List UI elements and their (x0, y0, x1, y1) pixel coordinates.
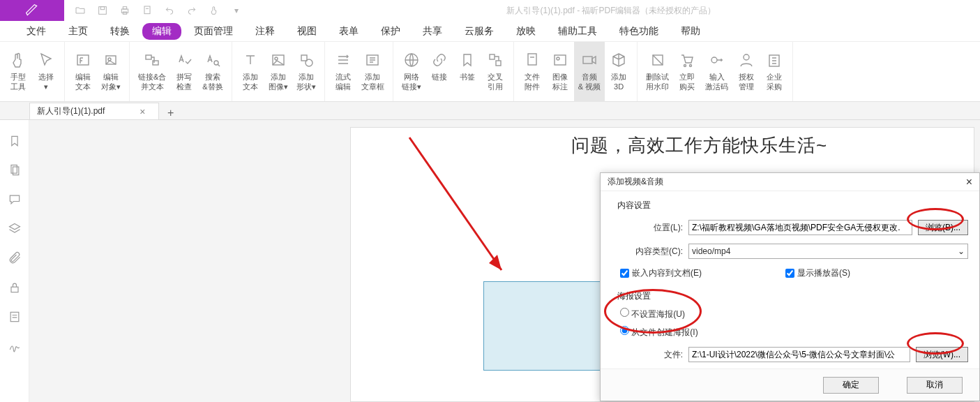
tab-title: 新人引导(1)(1).pdf (37, 105, 105, 117)
add-article-box[interactable]: 添加文章框 (357, 42, 389, 102)
svg-rect-14 (301, 55, 307, 61)
layers-panel-icon[interactable] (8, 222, 22, 236)
tool-hand[interactable]: 手型工具 (4, 42, 32, 102)
add-shape[interactable]: 添加形状▾ (292, 42, 320, 102)
enter-key[interactable]: 输入激活码 (701, 42, 732, 102)
svg-rect-5 (144, 6, 150, 14)
location-input[interactable] (688, 220, 912, 235)
pages-panel-icon[interactable] (8, 163, 22, 177)
svg-point-22 (557, 57, 559, 60)
quick-access-dropdown-icon[interactable]: ▾ (230, 4, 243, 17)
edit-text[interactable]: 编辑文本 (69, 42, 97, 102)
svg-point-13 (275, 57, 278, 60)
edit-object[interactable]: 编辑对象▾ (97, 42, 125, 102)
undo-icon[interactable] (163, 4, 176, 17)
touch-icon[interactable] (208, 4, 220, 17)
menu-accessibility[interactable]: 辅助工具 (548, 22, 607, 40)
add-tab-icon[interactable]: + (159, 107, 182, 119)
menu-page-manage[interactable]: 页面管理 (184, 22, 243, 40)
add-3d[interactable]: 添加3D (605, 42, 633, 102)
content-type-combo[interactable]: video/mp4 ⌄ (688, 244, 968, 259)
find-replace[interactable]: 搜索&替换 (198, 42, 227, 102)
menu-view[interactable]: 视图 (287, 22, 326, 40)
menu-protect[interactable]: 保护 (371, 22, 410, 40)
side-panel (0, 120, 29, 402)
poster-file-input[interactable] (688, 347, 910, 362)
signature-panel-icon[interactable] (8, 339, 22, 353)
location-label: 位置(L): (631, 222, 683, 234)
menu-present[interactable]: 放映 (506, 22, 545, 40)
bookmark[interactable]: 书签 (453, 42, 481, 102)
web-link[interactable]: 网络链接▾ (398, 42, 425, 102)
reflow-edit[interactable]: 流式编辑 (329, 42, 357, 102)
buy-now[interactable]: 立即购买 (673, 42, 701, 102)
show-player-checkbox[interactable]: 显示播放器(S) (785, 267, 850, 279)
cross-ref[interactable]: 交叉引用 (481, 42, 509, 102)
svg-rect-20 (528, 54, 536, 65)
svg-rect-0 (99, 7, 107, 15)
print-icon[interactable] (119, 4, 131, 17)
file-attachment[interactable]: 文件附件 (518, 42, 546, 102)
license-manage[interactable]: 授权管理 (732, 42, 760, 102)
svg-rect-2 (121, 9, 128, 13)
remove-watermark[interactable]: 删除试用水印 (642, 42, 673, 102)
menu-convert[interactable]: 转换 (100, 22, 140, 40)
content-section-label: 内容设置 (613, 200, 968, 211)
close-icon[interactable]: × (140, 106, 145, 117)
menu-file[interactable]: 文件 (17, 22, 56, 40)
app-logo (0, 0, 64, 21)
security-panel-icon[interactable] (8, 281, 22, 295)
svg-rect-19 (496, 61, 501, 66)
link-merge-text[interactable]: 链接&合并文本 (134, 42, 170, 102)
svg-rect-32 (11, 287, 18, 292)
svg-rect-21 (555, 55, 566, 65)
menu-cloud[interactable]: 云服务 (455, 22, 504, 40)
svg-point-26 (690, 64, 692, 66)
svg-rect-6 (77, 55, 89, 65)
tool-select[interactable]: 选择▾ (32, 42, 60, 102)
dialog-title: 添加视频&音频 (608, 176, 663, 188)
add-image[interactable]: 添加图像▾ (264, 42, 292, 102)
poster-from-file-radio[interactable]: 从文件创建海报(I) (620, 326, 698, 338)
cancel-button[interactable]: 取消 (907, 377, 963, 394)
svg-rect-23 (583, 57, 592, 64)
document-tab[interactable]: 新人引导(1)(1).pdf × (29, 103, 159, 119)
svg-point-25 (684, 64, 686, 66)
menu-share[interactable]: 共享 (413, 22, 452, 40)
spell-check[interactable]: 拼写检查 (170, 42, 198, 102)
ok-button[interactable]: 确定 (823, 377, 879, 394)
menu-home[interactable]: 主页 (59, 22, 98, 40)
image-annot[interactable]: 图像标注 (546, 42, 574, 102)
add-text[interactable]: 添加文本 (236, 42, 264, 102)
redo-icon[interactable] (186, 4, 198, 17)
export-icon[interactable] (141, 4, 153, 17)
svg-rect-33 (10, 312, 19, 321)
chevron-down-icon: ⌄ (958, 246, 965, 256)
open-icon[interactable] (74, 4, 86, 17)
comments-panel-icon[interactable] (8, 193, 22, 207)
attachment-panel-icon[interactable] (8, 251, 22, 265)
audio-video[interactable]: 音频& 视频 (574, 42, 605, 102)
enterprise-purchase[interactable]: 企业采购 (760, 42, 788, 102)
menu-form[interactable]: 表单 (329, 22, 368, 40)
dialog-close-icon[interactable]: × (966, 176, 972, 188)
menu-features[interactable]: 特色功能 (610, 22, 668, 40)
browse-location-button[interactable]: 浏览(B)... (918, 220, 968, 235)
svg-point-15 (306, 59, 312, 66)
browse-poster-button[interactable]: 浏览(W)... (916, 347, 968, 362)
menu-edit[interactable]: 编辑 (142, 23, 181, 40)
form-panel-icon[interactable] (8, 310, 22, 324)
save-icon[interactable] (96, 4, 109, 17)
menu-help[interactable]: 帮助 (671, 22, 710, 40)
type-label: 内容类型(C): (631, 246, 683, 258)
file-label: 文件: (631, 349, 683, 361)
svg-line-34 (409, 137, 502, 270)
menu-annot[interactable]: 注释 (246, 22, 285, 40)
embed-checkbox[interactable]: 嵌入内容到文档(E) (620, 267, 702, 279)
no-poster-radio[interactable]: 不设置海报(U) (620, 308, 685, 320)
link[interactable]: 链接 (425, 42, 453, 102)
bookmark-panel-icon[interactable] (8, 134, 22, 148)
media-placeholder[interactable] (483, 281, 602, 371)
window-title: 新人引导(1)(1).pdf - 福昕PDF编辑器（未经授权的产品） (243, 5, 980, 17)
add-media-dialog: 添加视频&音频 × 内容设置 位置(L): 浏览(B)... 内容类型(C): … (600, 172, 980, 401)
